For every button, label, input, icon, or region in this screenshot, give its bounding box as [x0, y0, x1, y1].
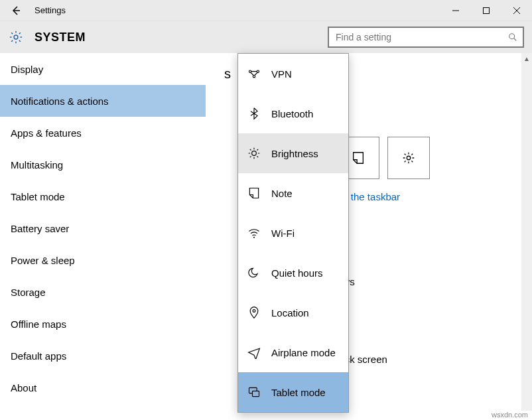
sidebar-item-multitasking[interactable]: Multitasking: [0, 149, 206, 180]
back-arrow-icon: [11, 5, 21, 16]
svg-rect-11: [253, 391, 259, 396]
caption-lock-screen: lock screen: [337, 354, 513, 365]
popup-item-label: Bluetooth: [271, 108, 313, 119]
sidebar-item-power-sleep[interactable]: Power & sleep: [0, 244, 206, 276]
sidebar-item-label: Display: [11, 64, 43, 75]
sidebar-item-label: Battery saver: [11, 223, 69, 234]
popup-item-airplane-mode[interactable]: Airplane mode: [238, 332, 348, 372]
link-taskbar[interactable]: on the taskbar: [337, 191, 513, 202]
popup-item-vpn[interactable]: VPN: [238, 54, 348, 94]
svg-point-4: [249, 70, 251, 72]
quick-action-tile-settings[interactable]: [387, 137, 430, 179]
back-button[interactable]: [0, 0, 32, 21]
sidebar-item-label: Tablet mode: [11, 191, 65, 202]
maximize-icon: [483, 7, 490, 14]
popup-item-label: VPN: [271, 68, 292, 80]
popup-item-label: Quiet hours: [271, 267, 323, 279]
popup-item-label: Tablet mode: [271, 387, 326, 398]
sidebar-item-label: Power & sleep: [11, 255, 75, 266]
vpn-icon: [247, 67, 266, 80]
window-title: Settings: [32, 5, 66, 15]
settings-icon: [8, 29, 24, 45]
sidebar-item-label: Notifications & actions: [11, 96, 109, 107]
minimize-button[interactable]: [440, 0, 471, 21]
svg-point-9: [253, 310, 255, 313]
svg-point-5: [257, 70, 259, 72]
popup-item-wifi[interactable]: Wi-Fi: [238, 213, 348, 253]
popup-item-label: Location: [271, 307, 309, 318]
search-icon: [508, 33, 517, 42]
popup-item-label: Wi-Fi: [271, 228, 295, 239]
location-icon: [247, 306, 266, 319]
page-title: SYSTEM: [34, 31, 86, 44]
svg-rect-0: [484, 7, 490, 13]
popup-item-label: Brightness: [271, 148, 318, 159]
caption-ows: ows: [337, 276, 513, 287]
wifi-icon: [247, 226, 266, 240]
note-icon: [247, 186, 266, 200]
sidebar-item-display[interactable]: Display: [0, 53, 206, 85]
tablet-mode-icon: [247, 385, 266, 399]
popup-item-quiet-hours[interactable]: Quiet hours: [238, 253, 348, 293]
popup-item-location[interactable]: Location: [238, 293, 348, 332]
svg-point-6: [253, 76, 255, 78]
sidebar-item-notifications[interactable]: Notifications & actions: [0, 85, 206, 117]
watermark: wsxdn.com: [492, 411, 528, 419]
sidebar-item-label: Apps & features: [11, 127, 82, 139]
sidebar-item-default-apps[interactable]: Default apps: [0, 340, 206, 372]
svg-point-8: [253, 237, 255, 238]
quiet-hours-icon: [247, 266, 266, 279]
gear-icon: [9, 30, 23, 44]
gear-icon: [401, 151, 416, 165]
note-icon: [351, 151, 366, 165]
window-controls: [440, 0, 532, 21]
svg-point-3: [407, 156, 411, 160]
sidebar-item-tablet-mode[interactable]: Tablet mode: [0, 180, 206, 212]
sidebar-item-label: Offline maps: [11, 318, 66, 330]
sidebar-item-label: About: [11, 382, 36, 393]
quick-action-picker[interactable]: VPN Bluetooth Brightness Note Wi-Fi Quie…: [237, 53, 349, 413]
sidebar-item-label: Multitasking: [11, 159, 63, 171]
sidebar-item-apps-features[interactable]: Apps & features: [0, 117, 206, 149]
sidebar: Display Notifications & actions Apps & f…: [0, 53, 206, 411]
minimize-icon: [452, 7, 459, 14]
search-input[interactable]: [334, 31, 508, 43]
maximize-button[interactable]: [471, 0, 501, 21]
page-header: SYSTEM: [0, 21, 532, 53]
close-button[interactable]: [501, 0, 532, 21]
link-off[interactable]: ff: [337, 212, 513, 223]
svg-point-7: [252, 151, 257, 156]
popup-item-tablet-mode[interactable]: Tablet mode: [238, 372, 348, 412]
popup-item-label: Note: [271, 188, 293, 199]
popup-item-note[interactable]: Note: [238, 173, 348, 213]
window-titlebar: Settings: [0, 0, 532, 21]
svg-point-1: [14, 35, 18, 39]
sidebar-item-label: Storage: [11, 287, 46, 298]
content-scrollbar[interactable]: ▲: [521, 53, 532, 411]
scroll-up-arrow-icon[interactable]: ▲: [521, 53, 532, 64]
svg-point-2: [509, 34, 515, 39]
sidebar-item-battery-saver[interactable]: Battery saver: [0, 212, 206, 244]
sidebar-item-storage[interactable]: Storage: [0, 276, 206, 308]
search-box[interactable]: [328, 27, 524, 48]
close-icon: [513, 7, 520, 14]
popup-item-label: Airplane mode: [271, 347, 336, 358]
brightness-icon: [247, 147, 266, 160]
popup-item-bluetooth[interactable]: Bluetooth: [238, 94, 348, 133]
sidebar-item-about[interactable]: About: [0, 372, 206, 403]
popup-item-brightness[interactable]: Brightness: [238, 133, 348, 173]
bluetooth-icon: [247, 107, 266, 120]
sidebar-item-offline-maps[interactable]: Offline maps: [0, 308, 206, 340]
airplane-mode-icon: [247, 346, 266, 359]
sidebar-item-label: Default apps: [11, 350, 66, 362]
